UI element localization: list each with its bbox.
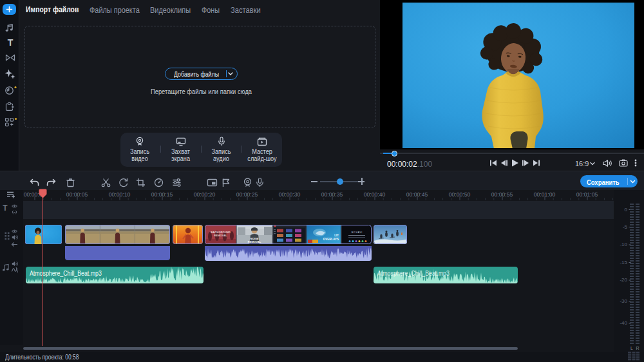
svg-text:0: 0: [625, 207, 628, 213]
svg-text:L: L: [630, 346, 633, 350]
svg-text:-10: -10: [620, 242, 627, 247]
svg-text:-40: -40: [620, 320, 627, 326]
svg-text:R: R: [636, 346, 639, 350]
svg-text:-15: -15: [620, 260, 627, 265]
svg-text:-30: -30: [620, 298, 627, 304]
svg-text:LIT: LIT: [334, 234, 339, 237]
svg-text:Atmosphere_Chill_Beat.mp3: Atmosphere_Chill_Beat.mp3: [377, 270, 450, 278]
svg-text:-5: -5: [623, 224, 628, 230]
svg-text:Atmosphere_Chill_Beat.mp3: Atmosphere_Chill_Beat.mp3: [30, 270, 102, 278]
svg-text:M O V A V I: M O V A V I: [352, 231, 363, 234]
svg-text:REMOVAL: REMOVAL: [248, 240, 261, 243]
svg-text:-20: -20: [620, 277, 627, 283]
svg-text:OVERLAYS: OVERLAYS: [323, 238, 339, 241]
svg-text:REMOVAL: REMOVAL: [214, 234, 227, 237]
